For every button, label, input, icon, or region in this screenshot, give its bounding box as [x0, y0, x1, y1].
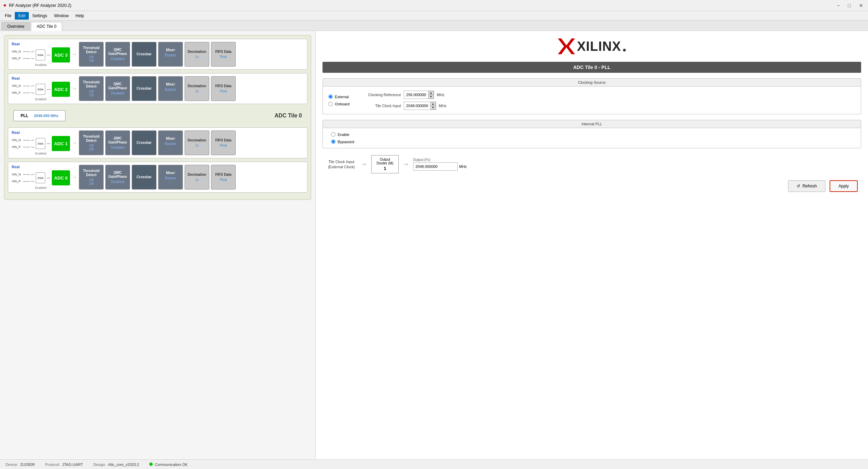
- adc1-decimation-block[interactable]: Decimation 1x: [185, 130, 209, 155]
- adc1-mixer-block[interactable]: Mixer Bypass...: [158, 130, 183, 155]
- adc3-fifo-value: Real: [220, 55, 227, 59]
- adc1-crossbar-title: Crossbar: [137, 141, 152, 145]
- clocking-ref-up[interactable]: ▲: [428, 91, 434, 95]
- adc0-threshold-block[interactable]: ThresholdDetect OffOff: [79, 165, 104, 190]
- external-label: External: [335, 95, 349, 99]
- adc2-box[interactable]: ADC 2: [52, 82, 70, 97]
- adc0-vin-p-label: VIN_P: [12, 180, 22, 183]
- window-controls[interactable]: − □ ✕: [835, 2, 865, 9]
- adc3-threshold-block[interactable]: ThresholdDetect OffOff: [79, 42, 104, 67]
- adc2-arrow: →: [72, 86, 77, 91]
- xilinx-dot: [623, 49, 626, 52]
- output-section: Output (Fs) 2048.000000 MHz: [413, 158, 467, 171]
- clocking-source-title: Clocking Source: [323, 79, 861, 87]
- refresh-label: Refresh: [802, 184, 817, 188]
- maximize-button[interactable]: □: [846, 2, 853, 9]
- adc2-qmc-block[interactable]: QMCGain/Phase Disabled: [105, 76, 130, 101]
- enable-radio-item[interactable]: Enable: [331, 132, 354, 137]
- status-bar: Device: ZU29DR Protocol: JTAG-UART Desig…: [0, 459, 868, 469]
- adc2-decimation-value: 1x: [195, 89, 199, 93]
- menu-edit[interactable]: Edit: [15, 12, 29, 20]
- apply-button[interactable]: Apply: [830, 180, 858, 192]
- protocol-key: Protocol:: [45, 462, 60, 467]
- clocking-source-body: External Onboard Clocking Reference 256.…: [323, 87, 861, 114]
- tile-clock-up[interactable]: ▲: [430, 102, 436, 106]
- xilinx-logo-area: XILINX: [322, 38, 861, 55]
- adc1-fifo-block[interactable]: FIFO Data Real: [211, 130, 236, 155]
- adc1-box[interactable]: ADC 1: [52, 136, 70, 151]
- divider-m-box: OutputDivider (M) 1: [371, 155, 399, 173]
- menu-settings[interactable]: Settings: [29, 12, 50, 20]
- adc1-threshold-block[interactable]: ThresholdDetect OffOff: [79, 130, 104, 155]
- external-radio-item[interactable]: External: [328, 94, 350, 99]
- adc3-threshold-title: ThresholdDetect: [83, 46, 99, 54]
- adc3-mixer-title: Mixer: [166, 48, 175, 52]
- xilinx-icon: [558, 38, 575, 55]
- bypassed-radio-item[interactable]: Bypassed: [331, 139, 354, 144]
- adc0-pipeline: ThresholdDetect OffOff QMCGain/Phase Dis…: [79, 165, 304, 190]
- adc0-crossbar-block[interactable]: Crossbar: [132, 165, 156, 190]
- adc1-fifo-title: FIFO Data: [215, 138, 231, 142]
- clocking-ref-down[interactable]: ▼: [428, 95, 434, 99]
- adc2-crossbar-block[interactable]: Crossbar: [132, 76, 156, 101]
- main-content: Real VIN_N VIN_P: [0, 31, 868, 459]
- adc3-box[interactable]: ADC 3: [52, 47, 70, 62]
- clocking-ref-label: Clocking Reference: [356, 93, 401, 97]
- tile-clock-down[interactable]: ▼: [430, 106, 436, 110]
- adc0-qmc-value: Disabled: [111, 180, 125, 184]
- comm-status: Communication OK: [149, 462, 187, 467]
- adc3-decimation-block[interactable]: Decimation 1x: [185, 42, 209, 67]
- adc2-enabled-label: Enabled: [12, 98, 70, 101]
- adc3-crossbar-block[interactable]: Crossbar: [132, 42, 156, 67]
- adc1-threshold-value: OffOff: [89, 144, 93, 151]
- tab-overview[interactable]: Overview: [1, 22, 30, 31]
- close-button[interactable]: ✕: [857, 2, 865, 9]
- adc3-fifo-block[interactable]: FIFO Data Real: [211, 42, 236, 67]
- menu-help[interactable]: Help: [72, 12, 87, 20]
- adc1-qmc-block[interactable]: QMCGain/Phase Disabled: [105, 130, 130, 155]
- app-title: RF Analyzer (RF Analyzer 2020.2): [9, 3, 71, 8]
- tab-adc-tile-0[interactable]: ADC Tile 0: [31, 22, 62, 31]
- pll-label: PLL: [21, 113, 28, 118]
- adc2-threshold-block[interactable]: ThresholdDetect OffOff: [79, 76, 104, 101]
- adc3-qmc-value: Disabled: [111, 57, 125, 61]
- adc2-real-label: Real: [12, 76, 70, 80]
- external-radio[interactable]: [328, 94, 333, 99]
- adc2-decimation-block[interactable]: Decimation 1x: [185, 76, 209, 101]
- pll-box[interactable]: PLL 2048.000 MHz: [13, 110, 66, 121]
- adc2-fifo-block[interactable]: FIFO Data Real: [211, 76, 236, 101]
- adc3-mixer-block[interactable]: Mixer Bypass...: [158, 42, 183, 67]
- clocking-ref-input[interactable]: 256.000000 ▲ ▼: [404, 91, 434, 99]
- adc3-threshold-value: OffOff: [89, 55, 93, 63]
- minimize-button[interactable]: −: [835, 2, 842, 9]
- adc0-box[interactable]: ADC 0: [52, 170, 70, 185]
- menu-file[interactable]: File: [1, 12, 15, 20]
- title-bar: ✦ RF Analyzer (RF Analyzer 2020.2) − □ ✕: [0, 0, 868, 11]
- adc0-threshold-title: ThresholdDetect: [83, 169, 99, 177]
- clock-diagram: Tile Clock Input (External Clock) → Outp…: [322, 155, 861, 173]
- adc1-crossbar-block[interactable]: Crossbar: [132, 130, 156, 155]
- adc2-vin-p-label: VIN_P: [12, 91, 22, 94]
- onboard-radio-item[interactable]: Onboard: [328, 102, 350, 106]
- clocking-source-section: Clocking Source External Onboard Clockin…: [322, 78, 861, 114]
- bypassed-radio[interactable]: [331, 139, 336, 144]
- adc2-mixer-block[interactable]: Mixer Bypass...: [158, 76, 183, 101]
- onboard-radio[interactable]: [328, 102, 333, 106]
- adc3-qmc-block[interactable]: QMCGain/Phase Disabled: [105, 42, 130, 67]
- bottom-buttons: ↺ Refresh Apply: [322, 180, 861, 192]
- internal-pll-title: Internal PLL: [323, 120, 861, 128]
- adc1-decimation-value: 1x: [195, 144, 199, 147]
- tile-clock-unit: MHz: [439, 104, 447, 108]
- enable-radio[interactable]: [331, 132, 336, 137]
- adc0-decimation-block[interactable]: Decimation 1x: [185, 165, 209, 190]
- adc0-fifo-block[interactable]: FIFO Data Real: [211, 165, 236, 190]
- tile-clock-input[interactable]: 2048.000000 ▲ ▼: [404, 102, 436, 110]
- refresh-button[interactable]: ↺ Refresh: [788, 180, 825, 192]
- clocking-ref-spinner[interactable]: ▲ ▼: [428, 91, 434, 99]
- adc0-qmc-block[interactable]: QMCGain/Phase Disabled: [105, 165, 130, 190]
- tile-clock-spinner[interactable]: ▲ ▼: [430, 102, 436, 110]
- menu-window[interactable]: Window: [50, 12, 72, 20]
- adc2-vin-n-label: VIN_N: [12, 84, 22, 88]
- adc0-mixer-block[interactable]: Mixer Bypass...: [158, 165, 183, 190]
- adc0-decimation-title: Decimation: [188, 173, 206, 177]
